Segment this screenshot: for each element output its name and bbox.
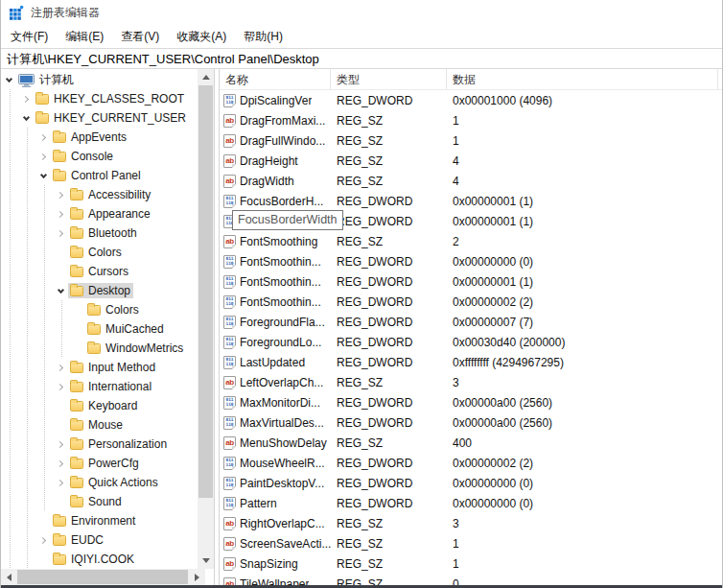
tree-node-input-method[interactable]: Input Method (68, 360, 158, 375)
chevron-expanded-icon[interactable] (18, 117, 34, 120)
tree-node-windowmetrics[interactable]: WindowMetrics (85, 341, 186, 356)
tree-item-input-method[interactable]: Input Method (1, 358, 198, 377)
tree-item-cursors[interactable]: Cursors (1, 262, 198, 281)
tree-node-hkey-current-user[interactable]: HKEY_CURRENT_USER (34, 110, 189, 126)
chevron-collapsed-icon[interactable] (53, 212, 68, 217)
registry-value-row[interactable]: abDragHeightREG_SZ4 (220, 151, 722, 171)
tree-node-sound[interactable]: Sound (68, 494, 125, 509)
tree-node-keyboard[interactable]: Keyboard (68, 398, 140, 413)
chevron-expanded-icon[interactable] (1, 79, 16, 82)
tree-item-mouse[interactable]: Mouse (1, 415, 198, 435)
tree-node-iqiyi-cook[interactable]: IQIYI.COOK (51, 552, 137, 567)
address-bar[interactable]: 计算机\HKEY_CURRENT_USER\Control Panel\Desk… (1, 48, 722, 69)
chevron-collapsed-icon[interactable] (18, 97, 34, 102)
tree-node-cursors[interactable]: Cursors (68, 264, 131, 279)
tree-item-quick-actions[interactable]: Quick Actions (1, 473, 198, 492)
registry-value-row[interactable]: 011110PaintDesktopV...REG_DWORD0x0000000… (220, 473, 722, 493)
menu-item-收藏夹-a[interactable]: 收藏夹(A) (168, 26, 235, 48)
tree-node-hkey-classes-root[interactable]: HKEY_CLASSES_ROOT (34, 91, 187, 106)
horizontal-scrollbar-thumb[interactable] (17, 570, 188, 584)
scroll-down-button[interactable] (198, 553, 214, 569)
registry-value-row[interactable]: 011110ForegroundLo...REG_DWORD0x00030d40… (220, 332, 722, 352)
chevron-collapsed-icon[interactable] (53, 231, 68, 236)
tree-node-appevents[interactable]: AppEvents (51, 129, 129, 145)
menu-item-文件-f[interactable]: 文件(F) (2, 26, 57, 48)
tree-item-desktop[interactable]: Desktop (1, 281, 198, 300)
registry-value-row[interactable]: abRightOverlapC...REG_SZ3 (220, 513, 722, 533)
menu-item-编辑-e[interactable]: 编辑(E) (57, 26, 112, 48)
registry-value-row[interactable]: 011110MaxVirtualDes...REG_DWORD0x00000a0… (220, 412, 722, 433)
tree-item-environment[interactable]: Environment (1, 511, 198, 530)
registry-value-row[interactable]: abDragWidthREG_SZ4 (220, 171, 722, 191)
tree-item-colors[interactable]: Colors (1, 243, 198, 262)
tree-item-iqiyi-cook[interactable]: IQIYI.COOK (1, 550, 198, 569)
chevron-collapsed-icon[interactable] (53, 193, 68, 198)
tree-node-计算机[interactable]: 计算机 (16, 71, 77, 89)
tree-node-bluetooth[interactable]: Bluetooth (68, 225, 140, 241)
chevron-collapsed-icon[interactable] (35, 154, 51, 159)
tree-item-hkey-current-user[interactable]: HKEY_CURRENT_USER (1, 108, 198, 128)
tree-node-international[interactable]: International (68, 379, 154, 394)
tree-node-colors[interactable]: Colors (68, 245, 125, 260)
registry-value-row[interactable]: abScreenSaveActi...REG_SZ1 (220, 533, 722, 553)
registry-value-row[interactable]: 011110FontSmoothin...REG_DWORD0x00000001… (220, 271, 722, 292)
tree-item-windowmetrics[interactable]: WindowMetrics (1, 339, 198, 358)
chevron-collapsed-icon[interactable] (35, 538, 51, 543)
registry-value-row[interactable]: 011110DpiScalingVerREG_DWORD0x00001000 (… (220, 90, 722, 110)
registry-value-row[interactable]: 011110ForegroundFla...REG_DWORD0x0000000… (220, 312, 722, 332)
menu-item-帮助-h[interactable]: 帮助(H) (235, 26, 292, 48)
tree-node-eudc[interactable]: EUDC (51, 532, 106, 548)
registry-value-row[interactable]: 011110LastUpdatedREG_DWORD0xffffffff (42… (220, 352, 722, 372)
tree-node-quick-actions[interactable]: Quick Actions (68, 475, 161, 490)
registry-value-row[interactable]: abMenuShowDelayREG_SZ400 (220, 433, 722, 453)
tree-item-appevents[interactable]: AppEvents (1, 128, 198, 147)
registry-value-row[interactable]: 011110FontSmoothin...REG_DWORD0x00000002… (220, 292, 722, 312)
tree-item-personalization[interactable]: Personalization (1, 435, 198, 454)
chevron-expanded-icon[interactable] (53, 290, 68, 293)
registry-value-row[interactable]: 011110MaxMonitorDi...REG_DWORD0x00000a00… (220, 392, 722, 412)
tree-item-sound[interactable]: Sound (1, 492, 198, 511)
registry-value-row[interactable]: abFontSmoothingREG_SZ2 (220, 231, 722, 251)
tree-item-colors[interactable]: Colors (1, 300, 198, 319)
scroll-up-button[interactable] (198, 69, 214, 85)
tree-item-appearance[interactable]: Appearance (1, 204, 198, 223)
tree-node-appearance[interactable]: Appearance (68, 206, 153, 222)
tree-node-desktop[interactable]: Desktop (68, 283, 133, 298)
tree-item-muicached[interactable]: MuiCached (1, 319, 198, 339)
chevron-collapsed-icon[interactable] (53, 481, 68, 485)
scroll-right-button[interactable] (189, 569, 205, 585)
tree-item-console[interactable]: Console (1, 147, 198, 166)
registry-value-row[interactable]: abTileWallpaperREG_SZ0 (220, 574, 722, 585)
tree-item-accessibility[interactable]: Accessibility (1, 185, 198, 204)
tree-node-control-panel[interactable]: Control Panel (51, 168, 144, 183)
tree-item-keyboard[interactable]: Keyboard (1, 396, 198, 415)
registry-value-row[interactable]: abDragFullWindo...REG_SZ1 (220, 130, 722, 151)
registry-value-row[interactable]: 011110FontSmoothin...REG_DWORD0x00000000… (220, 251, 722, 271)
tree-node-personalization[interactable]: Personalization (68, 436, 170, 452)
tree-node-colors[interactable]: Colors (85, 302, 142, 318)
tree-node-powercfg[interactable]: PowerCfg (68, 456, 142, 471)
tree-item-bluetooth[interactable]: Bluetooth (1, 223, 198, 243)
menu-item-查看-v[interactable]: 查看(V) (112, 26, 168, 48)
chevron-collapsed-icon[interactable] (53, 461, 68, 466)
tree-item-eudc[interactable]: EUDC (1, 530, 198, 550)
column-header-type[interactable]: 类型 (331, 69, 447, 89)
vertical-scrollbar-thumb[interactable] (198, 85, 213, 498)
tree-node-accessibility[interactable]: Accessibility (68, 187, 153, 202)
chevron-expanded-icon[interactable] (35, 175, 51, 177)
tree-node-mouse[interactable]: Mouse (68, 417, 126, 433)
tree-item-powercfg[interactable]: PowerCfg (1, 454, 198, 473)
chevron-collapsed-icon[interactable] (53, 385, 68, 389)
tree-node-environment[interactable]: Environment (51, 513, 138, 529)
tree-horizontal-scrollbar[interactable] (1, 569, 205, 585)
registry-value-row[interactable]: 011110FocusBorderH...REG_DWORD0x00000001… (220, 191, 722, 211)
registry-value-row[interactable]: abSnapSizingREG_SZ1 (220, 553, 722, 574)
column-header-data[interactable]: 数据 (447, 69, 718, 89)
registry-value-row[interactable]: 011110MouseWheelR...REG_DWORD0x00000002 … (220, 453, 722, 473)
tree-item-international[interactable]: International (1, 377, 198, 396)
registry-value-row[interactable]: 011110PatternREG_DWORD0x00000000 (0) (220, 493, 722, 513)
column-header-name[interactable]: 名称 (220, 69, 331, 89)
registry-value-row[interactable]: abDragFromMaxi...REG_SZ1 (220, 110, 722, 130)
chevron-collapsed-icon[interactable] (35, 135, 51, 140)
tree-node-muicached[interactable]: MuiCached (85, 321, 167, 337)
